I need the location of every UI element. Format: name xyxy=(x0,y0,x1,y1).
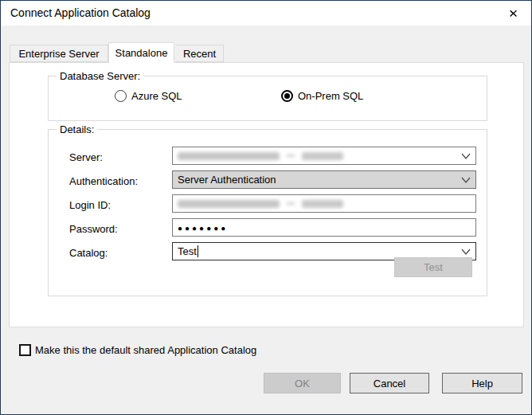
login-id-label: Login ID: xyxy=(69,199,111,211)
tab-recent[interactable]: Recent xyxy=(176,45,224,62)
chevron-down-icon[interactable] xyxy=(461,249,471,256)
database-server-group-label: Database Server: xyxy=(57,70,143,82)
catalog-label: Catalog: xyxy=(69,247,108,259)
authentication-label: Authentication: xyxy=(69,175,138,187)
close-icon: ✕ xyxy=(508,6,518,20)
checkbox-label: Make this the default shared Application… xyxy=(35,344,256,356)
test-button-label: Test xyxy=(424,261,443,273)
chevron-down-icon[interactable] xyxy=(461,153,471,160)
help-button[interactable]: Help xyxy=(442,373,522,393)
tab-label: Enterprise Server xyxy=(18,48,99,60)
cancel-button-label: Cancel xyxy=(374,378,405,390)
database-server-group: Database Server: Azure SQL On-Prem SQL xyxy=(48,76,487,121)
radio-label: On-Prem SQL xyxy=(298,90,363,102)
tab-standalone[interactable]: Standalone xyxy=(108,42,174,63)
cancel-button[interactable]: Cancel xyxy=(350,373,429,393)
test-button[interactable]: Test xyxy=(394,257,472,277)
radio-icon xyxy=(115,90,127,102)
checkbox-icon xyxy=(19,344,31,356)
radio-on-prem-sql[interactable]: On-Prem SQL xyxy=(281,90,363,102)
server-label: Server: xyxy=(69,151,103,163)
catalog-value: Test xyxy=(178,245,197,257)
title-bar: Connect Application Catalog ✕ xyxy=(1,1,531,25)
redacted-login-id-value xyxy=(178,200,343,208)
tab-label: Standalone xyxy=(115,47,168,59)
default-catalog-checkbox-row[interactable]: Make this the default shared Application… xyxy=(19,344,256,356)
text-cursor xyxy=(198,245,198,257)
radio-azure-sql[interactable]: Azure SQL xyxy=(115,90,182,102)
tab-enterprise-server[interactable]: Enterprise Server xyxy=(10,45,108,62)
chevron-down-icon[interactable] xyxy=(461,177,471,184)
radio-selected-icon xyxy=(281,90,293,102)
ok-button-label: OK xyxy=(295,378,310,390)
authentication-value: Server Authentication xyxy=(178,174,276,186)
redacted-server-value xyxy=(178,152,343,160)
tab-label: Recent xyxy=(183,48,216,60)
details-group: Details: Server: Authentication: Server … xyxy=(48,129,487,296)
password-input[interactable]: ●●●●●●● xyxy=(172,218,476,237)
ok-button[interactable]: OK xyxy=(264,373,341,393)
radio-label: Azure SQL xyxy=(131,90,182,102)
login-id-input[interactable] xyxy=(172,194,476,213)
connect-application-catalog-dialog: Connect Application Catalog ✕ Enterprise… xyxy=(0,0,532,415)
password-label: Password: xyxy=(69,223,118,235)
details-group-label: Details: xyxy=(57,123,97,135)
help-button-label: Help xyxy=(471,378,493,390)
server-combobox[interactable] xyxy=(172,147,476,165)
close-button[interactable]: ✕ xyxy=(495,1,531,25)
authentication-dropdown[interactable]: Server Authentication xyxy=(172,170,476,189)
password-masked-value: ●●●●●●● xyxy=(178,224,228,233)
standalone-tab-panel: Database Server: Azure SQL On-Prem SQL D… xyxy=(9,62,524,327)
window-title: Connect Application Catalog xyxy=(10,6,151,19)
